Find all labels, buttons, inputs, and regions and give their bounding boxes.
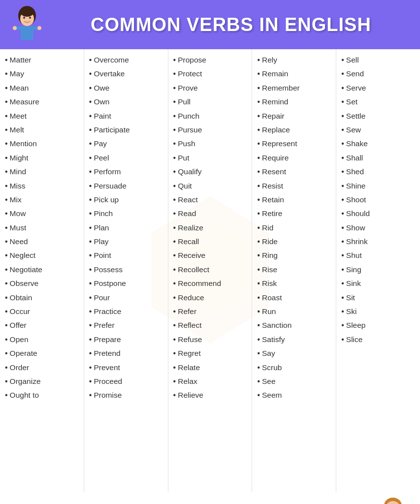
list-item: •May [5, 67, 82, 81]
word-text: Shrink [346, 236, 368, 247]
list-item: •Relax [173, 375, 250, 388]
list-item: •Play [89, 235, 166, 249]
list-item: •Possess [89, 263, 166, 277]
word-text: Sew [346, 125, 361, 135]
word-text: Operate [10, 348, 37, 359]
list-item: •Retire [257, 207, 334, 220]
list-item: •React [173, 193, 250, 207]
word-text: Order [10, 362, 30, 373]
bullet: • [257, 306, 260, 317]
word-text: Pour [94, 292, 110, 303]
list-item: •Recollect [173, 263, 250, 277]
bullet: • [341, 250, 344, 261]
word-text: Represent [262, 138, 297, 149]
list-item: •Replace [257, 123, 334, 137]
bullet: • [173, 55, 176, 65]
bullet: • [173, 306, 176, 317]
word-text: Prevent [94, 362, 120, 373]
list-item: •Mix [5, 193, 82, 207]
list-item: •Slice [341, 333, 418, 346]
list-item: •Qualify [173, 165, 250, 179]
word-text: Must [10, 222, 27, 233]
list-item: •Paint [89, 109, 166, 123]
bullet: • [89, 278, 92, 289]
word-text: Resist [262, 181, 283, 191]
list-item: •Recall [173, 235, 250, 249]
bullet: • [173, 390, 176, 401]
list-item: •Shall [341, 151, 418, 165]
bullet: • [257, 250, 260, 261]
list-item: •Rise [257, 263, 334, 277]
word-text: Punch [178, 111, 199, 122]
bullet: • [341, 334, 344, 345]
word-text: Sink [346, 278, 361, 289]
bullet: • [89, 222, 92, 233]
list-item: •Own [89, 95, 166, 109]
list-item: •Scrub [257, 361, 334, 375]
word-text: Pull [178, 96, 191, 107]
list-item: •Pretend [89, 346, 166, 360]
word-text: Reduce [178, 292, 204, 303]
bullet: • [5, 181, 8, 191]
list-item: •Sell [341, 53, 418, 67]
list-item: •Must [5, 221, 82, 235]
bullet: • [257, 55, 260, 65]
word-text: Ski [346, 306, 357, 317]
list-item: •Meet [5, 109, 82, 123]
list-item: •Receive [173, 249, 250, 262]
list-item: •Sink [341, 277, 418, 290]
bullet: • [5, 194, 8, 205]
bullet: • [5, 125, 8, 135]
list-item: •Prepare [89, 333, 166, 346]
list-item: •Measure [5, 95, 82, 109]
word-text: Open [10, 334, 29, 345]
bullet: • [341, 125, 344, 135]
word-text: Shoot [346, 194, 366, 205]
list-item: •Practice [89, 305, 166, 318]
bullet: • [173, 362, 176, 373]
bullet: • [89, 236, 92, 247]
list-item: •Resent [257, 165, 334, 179]
list-item: •Settle [341, 109, 418, 123]
bullet: • [89, 306, 92, 317]
list-item: •Miss [5, 179, 82, 193]
page-header: COMMON VERBS IN ENGLISH [0, 0, 420, 49]
bullet: • [173, 125, 176, 135]
bullet: • [5, 111, 8, 122]
word-text: Matter [10, 55, 32, 65]
list-item: •Mention [5, 137, 82, 151]
list-item: •Relieve [173, 388, 250, 402]
word-text: Sell [346, 55, 359, 65]
column-2: •Overcome•Overtake•Owe•Own•Paint•Partici… [84, 49, 168, 492]
word-text: Observe [10, 278, 39, 289]
bullet: • [257, 390, 260, 401]
bullet: • [173, 138, 176, 149]
bullet: • [5, 208, 8, 219]
word-text: Pinch [94, 208, 113, 219]
list-item: •Shoot [341, 193, 418, 207]
word-text: Satisfy [262, 334, 285, 345]
word-text: Slice [346, 334, 363, 345]
word-text: Should [346, 208, 370, 219]
svg-point-4 [29, 17, 31, 19]
list-item: •Sanction [257, 318, 334, 332]
list-item: •Put [173, 151, 250, 165]
list-item: •Shake [341, 137, 418, 151]
list-item: •Pick up [89, 193, 166, 207]
list-item: •Persuade [89, 179, 166, 193]
list-item: •Remind [257, 95, 334, 109]
bullet: • [5, 250, 8, 261]
word-text: Shut [346, 250, 362, 261]
word-text: Qualify [178, 166, 201, 177]
list-item: •Retain [257, 193, 334, 207]
list-item: •Ought to [5, 388, 82, 402]
word-text: Ring [262, 250, 278, 261]
bullet: • [5, 55, 8, 65]
list-item: •Quit [173, 179, 250, 193]
list-item: •Point [89, 249, 166, 262]
word-text: Refer [178, 306, 196, 317]
word-text: Propose [178, 55, 206, 65]
word-text: Protect [178, 68, 202, 79]
list-item: •Protect [173, 67, 250, 81]
word-text: Serve [346, 83, 366, 94]
